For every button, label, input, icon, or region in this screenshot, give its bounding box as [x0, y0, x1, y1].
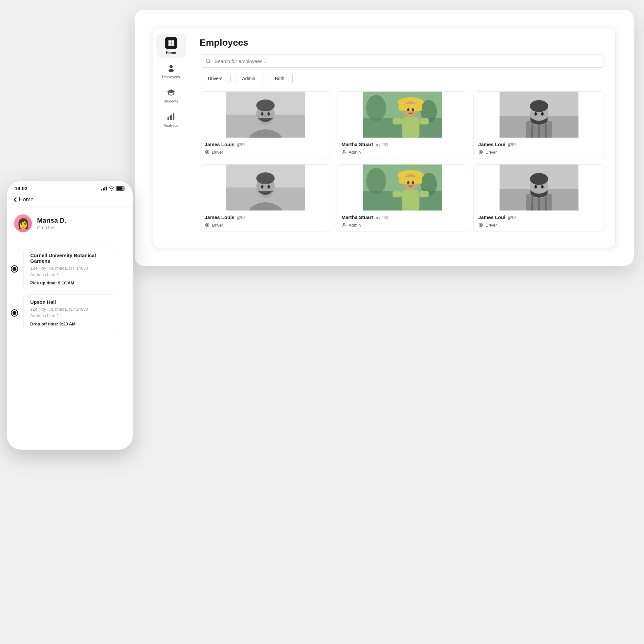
employee-id: jj253	[508, 143, 516, 147]
employee-name: James Loui	[478, 214, 505, 220]
stops-list: Cornell University Botanical Gardens 124…	[7, 242, 133, 337]
battery-icon	[116, 186, 125, 191]
stop-time: Pick up time: 9:10 AM	[30, 280, 109, 285]
phone-content: Cornell University Botanical Gardens 124…	[7, 239, 133, 340]
employee-card[interactable]: Martha Stuart mp253 Admin	[337, 164, 468, 232]
filter-row: Drivers Admin Both	[200, 73, 605, 84]
svg-point-43	[535, 112, 537, 116]
sidebar-item-home[interactable]: Home	[156, 33, 186, 58]
employee-id: jj253	[237, 215, 245, 220]
back-label: Home	[19, 196, 33, 203]
admin-icon	[342, 222, 347, 228]
svg-point-83	[480, 224, 481, 226]
employee-role: Driver	[478, 222, 600, 228]
svg-point-46	[480, 151, 481, 153]
sidebar-students-label: Students	[164, 99, 178, 103]
svg-point-54	[256, 172, 275, 184]
employee-id: mp253	[376, 143, 388, 147]
search-bar	[200, 55, 605, 68]
filter-drivers[interactable]: Drivers	[200, 73, 231, 84]
employee-card[interactable]: James Loui jj253 Driver	[473, 91, 605, 159]
svg-rect-90	[117, 187, 122, 190]
sidebar-analytics-label: Analytics	[164, 123, 178, 127]
employee-id: jj253	[508, 215, 516, 220]
stop-location: Cornell University Botanical Gardens	[30, 253, 109, 264]
list-item: Upson Hall 124 Hoy Rd, Ithaca, NY 14850 …	[23, 294, 116, 331]
svg-rect-84	[101, 189, 102, 190]
signal-icon	[101, 187, 107, 190]
svg-point-56	[267, 185, 270, 189]
employee-role: Admin	[342, 222, 463, 228]
sidebar-home-label: Home	[166, 51, 176, 55]
svg-point-81	[541, 185, 544, 189]
user-section: Marisa D. Crutches	[7, 208, 133, 239]
driver-icon	[478, 149, 483, 155]
svg-rect-6	[167, 117, 169, 120]
svg-rect-7	[170, 115, 172, 120]
back-chevron-icon	[13, 197, 17, 202]
svg-point-57	[206, 223, 209, 227]
filter-both[interactable]: Both	[267, 73, 293, 84]
employee-role: Admin	[342, 149, 463, 155]
stop-time: Drop off time: 9:20 AM	[30, 322, 109, 326]
svg-rect-86	[104, 187, 105, 190]
page-title: Employees	[200, 37, 605, 48]
svg-rect-70	[419, 191, 429, 197]
sidebar-item-students[interactable]: Students	[156, 83, 186, 106]
svg-point-79	[530, 173, 548, 185]
employee-card[interactable]: Quick View James Louis jj253	[200, 91, 331, 159]
svg-point-45	[479, 150, 483, 154]
employee-role: Driver	[478, 149, 600, 155]
svg-point-9	[206, 59, 210, 63]
svg-point-55	[261, 185, 263, 189]
employee-photo	[337, 92, 468, 138]
svg-point-71	[343, 223, 345, 225]
svg-rect-89	[124, 188, 125, 189]
search-input[interactable]	[214, 58, 599, 64]
back-button[interactable]: Home	[13, 196, 126, 203]
employee-name: James Loui	[478, 142, 505, 147]
employee-id: mp253	[376, 215, 388, 220]
avatar	[13, 214, 33, 233]
employee-card[interactable]: Martha Stuart mp253 Admin	[337, 91, 468, 159]
svg-line-77	[546, 194, 546, 211]
svg-rect-69	[392, 191, 402, 197]
wifi-icon	[109, 186, 115, 191]
card-info: Martha Stuart mp253 Admin	[337, 138, 468, 159]
user-name: Marisa D.	[37, 217, 66, 224]
card-info: James Loui jj253 Driver	[474, 138, 605, 159]
list-item: Cornell University Botanical Gardens 124…	[23, 248, 116, 290]
employees-icon	[166, 62, 177, 74]
svg-rect-85	[103, 188, 104, 190]
stop-address: 124 Hoy Rd, Ithaca, NY 14850 Address Lin…	[30, 306, 109, 319]
sidebar-item-employees[interactable]: Employees	[156, 59, 186, 82]
svg-rect-1	[171, 40, 173, 43]
svg-rect-87	[106, 187, 107, 190]
svg-point-24	[366, 95, 386, 121]
employee-photo	[337, 165, 468, 211]
filter-admin[interactable]: Admin	[234, 73, 263, 84]
svg-point-29	[407, 108, 409, 111]
employee-card[interactable]: James Loui jj253 Driver	[473, 164, 605, 232]
svg-point-18	[261, 112, 263, 116]
driver-icon	[478, 222, 483, 228]
svg-line-75	[532, 194, 533, 211]
main-content: Employees Drivers Admin Both	[189, 28, 615, 248]
svg-rect-32	[392, 118, 402, 124]
svg-point-42	[530, 100, 548, 112]
svg-rect-33	[419, 118, 429, 124]
svg-point-5	[168, 69, 174, 72]
stop-address: 124 Hoy Rd, Ithaca, NY 14850 Address Lin…	[30, 265, 109, 278]
user-info: Marisa D. Crutches	[37, 217, 66, 230]
employee-role: Driver	[205, 222, 326, 228]
employee-photo	[474, 92, 605, 138]
card-info: James Louis jj253 Driver	[200, 211, 331, 232]
svg-point-61	[366, 168, 386, 194]
employee-photo	[474, 165, 605, 211]
employee-card[interactable]: James Louis jj253 Driver	[200, 164, 331, 232]
employee-name: James Louis	[205, 142, 234, 147]
svg-point-58	[207, 224, 208, 226]
sidebar: Home Employees	[153, 28, 189, 248]
home-icon	[165, 37, 177, 49]
sidebar-item-analytics[interactable]: Analytics	[156, 108, 186, 131]
